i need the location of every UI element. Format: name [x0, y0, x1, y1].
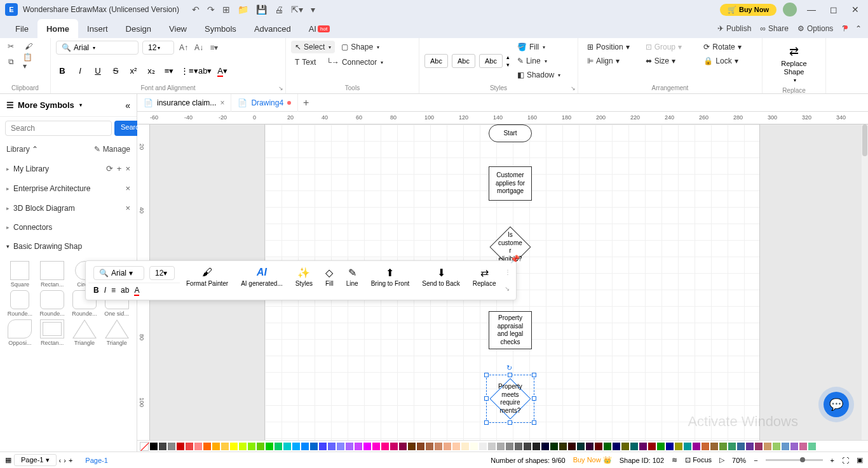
- color-swatch[interactable]: [408, 443, 416, 450]
- menu-home[interactable]: Home: [37, 19, 78, 38]
- color-swatch[interactable]: [239, 443, 247, 450]
- refresh-icon[interactable]: ⟳: [106, 164, 113, 173]
- menu-advanced[interactable]: Advanced: [245, 19, 300, 38]
- format-painter-button[interactable]: 🖌Format Painter: [180, 264, 234, 297]
- more-symbols-button[interactable]: ☰More Symbols▾: [6, 100, 82, 110]
- lib-basic-shapes[interactable]: ▾Basic Drawing Shap: [0, 237, 137, 256]
- fill-button[interactable]: 🪣Fill▾: [513, 41, 564, 53]
- style-preset-3[interactable]: Abc: [479, 54, 503, 68]
- print-icon[interactable]: 🖨: [275, 4, 283, 15]
- align-button[interactable]: ⊫Align▾: [583, 55, 641, 67]
- align-text-icon[interactable]: ≡▾: [208, 42, 220, 53]
- close-button[interactable]: ✕: [848, 4, 863, 15]
- font-family-select[interactable]: 🔍Arial▾: [56, 41, 139, 55]
- lib-3d-block[interactable]: ▸3D Block Diagram×: [0, 198, 137, 218]
- zoom-slider[interactable]: [766, 459, 823, 461]
- color-swatch[interactable]: [257, 443, 264, 450]
- color-swatch[interactable]: [221, 443, 229, 450]
- italic-icon[interactable]: I: [104, 286, 106, 295]
- shape-rounded-1[interactable]: Rounde...: [5, 290, 35, 317]
- menu-design[interactable]: Design: [117, 19, 160, 38]
- styles-launcher-icon[interactable]: ↘: [571, 85, 576, 91]
- menu-view[interactable]: View: [160, 19, 196, 38]
- font-launcher-icon[interactable]: ↘: [278, 85, 283, 91]
- style-preset-2[interactable]: Abc: [452, 54, 475, 68]
- send-back-button[interactable]: ⬇Send to Back: [416, 264, 466, 297]
- handle-se[interactable]: [532, 420, 536, 425]
- color-swatch[interactable]: [755, 443, 763, 450]
- color-swatch[interactable]: [604, 443, 611, 450]
- close-tab-icon[interactable]: ×: [220, 98, 224, 107]
- color-swatch[interactable]: [230, 443, 238, 450]
- vertical-scrollbar[interactable]: [862, 124, 868, 440]
- color-swatch[interactable]: [613, 443, 620, 450]
- font-size-select[interactable]: 12▾: [142, 41, 174, 55]
- undo-icon[interactable]: ↶: [192, 4, 200, 15]
- fit-page-icon[interactable]: ⛶: [842, 457, 849, 464]
- style-preset-1[interactable]: Abc: [424, 54, 448, 68]
- fc-process-1[interactable]: Customer applies for mortgage: [489, 166, 532, 201]
- color-swatch[interactable]: [684, 443, 691, 450]
- color-swatch[interactable]: [790, 443, 798, 450]
- share-button[interactable]: ∞Share: [760, 24, 789, 33]
- handle-ne[interactable]: [532, 373, 536, 377]
- color-swatch[interactable]: [319, 443, 327, 450]
- add-tab-button[interactable]: +: [298, 97, 314, 109]
- zoom-out-icon[interactable]: −: [754, 457, 757, 464]
- pin-icon[interactable]: 📌: [510, 255, 520, 264]
- superscript-icon[interactable]: x²: [127, 66, 140, 76]
- color-swatch[interactable]: [702, 443, 709, 450]
- chat-bubble-button[interactable]: 💬: [824, 392, 849, 417]
- zoom-level[interactable]: 70%: [732, 457, 746, 464]
- color-swatch[interactable]: [470, 443, 478, 450]
- focus-button[interactable]: ⊡ Focus: [685, 456, 712, 464]
- color-swatch[interactable]: [488, 443, 496, 450]
- select-tool-button[interactable]: ↖Select▾: [291, 41, 335, 53]
- color-swatch[interactable]: [435, 443, 442, 450]
- increase-font-icon[interactable]: A↑: [178, 42, 189, 53]
- color-swatch[interactable]: [595, 443, 602, 450]
- zoom-in-icon[interactable]: +: [831, 457, 834, 464]
- font-color-icon[interactable]: A: [134, 286, 139, 295]
- menu-ai[interactable]: AIhot: [300, 19, 339, 38]
- color-swatch[interactable]: [337, 443, 344, 450]
- options-button[interactable]: ⚙Options: [797, 24, 833, 33]
- color-swatch[interactable]: [799, 443, 807, 450]
- size-button[interactable]: ⬌Size▾: [642, 55, 699, 67]
- color-swatch[interactable]: [372, 443, 380, 450]
- tab-drawing4[interactable]: 📄Drawing4: [231, 94, 298, 112]
- cut-icon[interactable]: ✂: [5, 41, 17, 52]
- color-swatch[interactable]: [212, 443, 220, 450]
- color-swatch[interactable]: [426, 443, 433, 450]
- close-icon[interactable]: ×: [125, 203, 130, 213]
- help-button[interactable]: ?: [842, 24, 846, 33]
- shadow-button[interactable]: ◧Shadow▾: [513, 69, 564, 81]
- color-swatch[interactable]: [550, 443, 558, 450]
- line-spacing-icon[interactable]: ≡▾: [163, 66, 175, 76]
- subscript-icon[interactable]: x₂: [145, 66, 158, 76]
- style-up-icon[interactable]: ▴: [506, 54, 510, 60]
- styles-button[interactable]: ✨Styles: [289, 264, 319, 297]
- color-swatch[interactable]: [150, 443, 158, 450]
- color-swatch[interactable]: [808, 443, 816, 450]
- avatar[interactable]: [783, 3, 797, 17]
- color-swatch[interactable]: [657, 443, 665, 450]
- lib-connectors[interactable]: ▸Connectors: [0, 218, 137, 237]
- handle-n[interactable]: [508, 373, 512, 377]
- mini-font-select[interactable]: 🔍Arial▾: [93, 266, 144, 280]
- export-icon[interactable]: ⇱▾: [291, 4, 303, 15]
- color-swatch[interactable]: [737, 443, 745, 450]
- open-icon[interactable]: 📁: [238, 4, 248, 15]
- handle-w[interactable]: [484, 396, 489, 401]
- buy-now-button[interactable]: 🛒 Buy Now: [720, 4, 776, 16]
- color-swatch[interactable]: [675, 443, 682, 450]
- color-swatch[interactable]: [719, 443, 727, 450]
- strike-icon[interactable]: S: [109, 66, 122, 76]
- shape-triangle-2[interactable]: Triangle: [102, 319, 132, 346]
- color-swatch[interactable]: [782, 443, 789, 450]
- mini-size-select[interactable]: 12▾: [149, 266, 175, 280]
- fill-button[interactable]: ◇Fill: [319, 264, 340, 297]
- highlight-icon[interactable]: ab: [121, 286, 129, 295]
- tab-insurance-claim[interactable]: 📄insurance claim...×: [137, 94, 231, 112]
- new-icon[interactable]: ⊞: [222, 4, 230, 15]
